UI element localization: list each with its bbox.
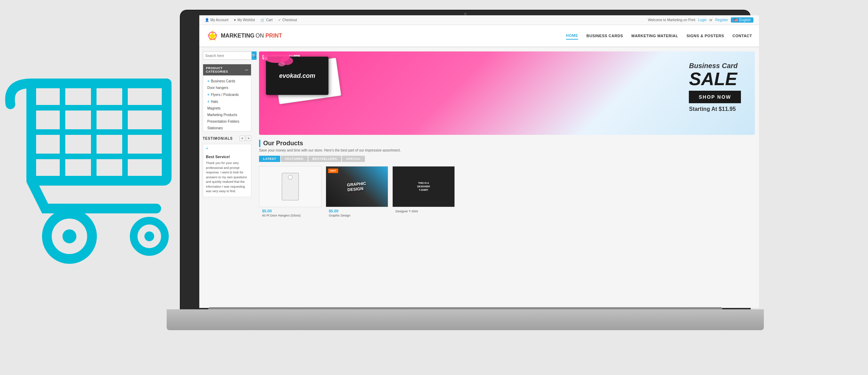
svg-point-18 <box>278 62 285 66</box>
wishlist-label: My Wishlist <box>237 18 255 22</box>
register-link[interactable]: Register <box>715 18 728 22</box>
heart-icon: ♥ <box>234 18 236 22</box>
ink-splash <box>262 51 304 67</box>
nav-home[interactable]: HOME <box>566 32 578 40</box>
testimonials-section: TESTIMONIALS < > " Best Service! Thank y… <box>203 136 251 197</box>
sidebar: 🔍 PRODUCT CATEGORIES — + Busi <box>199 47 255 308</box>
cat-hats[interactable]: + Hats <box>203 98 251 105</box>
logo-print: PRINT <box>265 33 282 39</box>
product-image <box>259 166 321 207</box>
product-categories: PRODUCT CATEGORIES — + Business Cards Do… <box>203 64 251 131</box>
cat-presentation-folders[interactable]: Presentation Folders <box>203 118 251 125</box>
tab-featured[interactable]: FEATURED <box>281 156 307 162</box>
svg-point-17 <box>264 57 268 60</box>
testimonial-box: " Best Service! Thank you for your very … <box>203 144 251 197</box>
product-price: $5.00 <box>329 209 385 213</box>
shop-now-button[interactable]: SHOP NOW <box>689 91 741 103</box>
logo-text: MARKETING ON PRINT <box>221 33 282 39</box>
top-bar-left: 👤 My Account ♥ My Wishlist 🛒 Cart ✓ <box>205 18 297 22</box>
logo-icon <box>206 30 219 42</box>
nav-business-cards[interactable]: BUSINESS CARDS <box>586 32 623 39</box>
language-label: English <box>739 18 751 22</box>
testimonial-text: Thank you for your very professional and… <box>206 161 248 194</box>
hero-price: Starting At $11.95 <box>689 106 741 112</box>
checkout-link[interactable]: ✓ Checkout <box>278 18 297 22</box>
cat-marketing-products[interactable]: Marketing Products <box>203 112 251 118</box>
language-button[interactable]: 🇺🇸 English <box>731 17 753 23</box>
cat-label: Door hangers <box>207 86 228 90</box>
product-door-hanger[interactable]: $5.00 60 Pt Door Hangers (Gloss) <box>259 166 322 207</box>
card-domain-text: evokad.com <box>279 72 315 80</box>
cart-illustration <box>0 63 181 306</box>
expand-icon: + <box>207 79 209 83</box>
hero-title-large: SALE <box>689 70 741 88</box>
testimonials-title: TESTIMONIALS <box>203 137 233 140</box>
door-hanger-hole <box>288 175 293 180</box>
account-link[interactable]: 👤 My Account <box>205 18 228 22</box>
testimonials-prev[interactable]: < <box>240 136 245 141</box>
search-box: 🔍 <box>203 51 251 60</box>
main-nav: HOME BUSINESS CARDS MARKETING MATERIAL S… <box>566 32 752 40</box>
tab-special[interactable]: SPECIAL <box>342 156 365 162</box>
tab-bestsellers[interactable]: BESTSELLERS <box>308 156 341 162</box>
welcome-text: Welcome to Marketing on Print <box>648 18 695 22</box>
cat-flyers[interactable]: + Flyers / Postcards <box>203 91 251 98</box>
categories-list: + Business Cards Door hangers + Flyers /… <box>203 75 251 131</box>
tab-latest[interactable]: LATEST <box>259 156 280 162</box>
cat-door-hangers[interactable]: Door hangers <box>203 84 251 91</box>
hero-text-area: Business Card SALE SHOP NOW Starting At … <box>689 62 741 112</box>
product-name: Graphic Design <box>329 214 385 217</box>
cart-link[interactable]: 🛒 Cart <box>260 18 273 22</box>
nav-marketing[interactable]: MARKETING MATERIAL <box>631 32 678 39</box>
right-content: ★ MARKETING ON PRINT evokad.com <box>255 47 759 308</box>
product-info: $5.00 60 Pt Door Hangers (Gloss) <box>259 207 321 219</box>
product-price: $5.00 <box>262 209 318 213</box>
cart-icon: 🛒 <box>260 18 265 22</box>
hot-badge: HOT <box>328 169 338 173</box>
collapse-icon[interactable]: — <box>245 68 249 72</box>
product-info: $5.00 Graphic Design <box>326 207 388 219</box>
categories-header: PRODUCT CATEGORIES — <box>203 64 251 75</box>
products-title: Our Products <box>259 140 303 147</box>
check-icon: ✓ <box>278 18 281 22</box>
products-section: Our Products Save your money and time wi… <box>259 140 755 207</box>
tshirt-text: THIS IS ADESIGNERT-SHIRT <box>417 181 430 191</box>
logo[interactable]: MARKETING ON PRINT <box>206 30 282 42</box>
quote-mark: " <box>206 147 248 153</box>
cat-label: Marketing Products <box>207 113 237 117</box>
product-name: Designer T-Shirt <box>395 210 452 213</box>
site-header: MARKETING ON PRINT HOME BUSINESS CARDS M… <box>199 25 759 47</box>
search-input[interactable] <box>203 51 252 60</box>
product-tshirt[interactable]: THIS IS ADESIGNERT-SHIRT Designer T-Shir… <box>392 166 455 207</box>
testimonials-next[interactable]: > <box>246 136 251 141</box>
product-name: 60 Pt Door Hangers (Gloss) <box>262 214 318 217</box>
expand-icon: + <box>207 92 209 97</box>
account-icon: 👤 <box>205 18 209 22</box>
cat-label: Hats <box>211 100 218 104</box>
categories-title: PRODUCT CATEGORIES <box>206 66 245 73</box>
logo-on: ON <box>256 33 265 39</box>
cat-magnets[interactable]: Magnets <box>203 105 251 112</box>
main-content: 🔍 PRODUCT CATEGORIES — + Busi <box>199 47 759 308</box>
camera-dot <box>464 13 467 15</box>
laptop-screen: 👤 My Account ♥ My Wishlist 🛒 Cart ✓ <box>199 15 759 308</box>
wishlist-link[interactable]: ♥ My Wishlist <box>234 18 255 22</box>
cat-stationary[interactable]: Stationary <box>203 125 251 131</box>
products-title-row: Our Products <box>259 140 755 147</box>
product-graphic-design[interactable]: HOT GRAPHICDESIGN $5.00 Graphic Design <box>326 166 388 207</box>
account-label: My Account <box>210 18 228 22</box>
product-tabs: LATEST FEATURED BESTSELLERS SPECIAL <box>259 156 755 162</box>
website-content: 👤 My Account ♥ My Wishlist 🛒 Cart ✓ <box>199 15 759 308</box>
top-bar: 👤 My Account ♥ My Wishlist 🛒 Cart ✓ <box>199 15 759 25</box>
cat-label: Magnets <box>207 106 220 110</box>
login-link[interactable]: Login <box>698 18 707 22</box>
nav-contact[interactable]: CONTACT <box>733 32 752 39</box>
nav-signs[interactable]: SIGNS & POSTERS <box>686 32 724 39</box>
svg-point-16 <box>290 53 294 57</box>
testimonials-header: TESTIMONIALS < > <box>203 136 251 141</box>
top-bar-right: Welcome to Marketing on Print Login or R… <box>648 17 753 23</box>
cat-business-cards[interactable]: + Business Cards <box>203 78 251 84</box>
cat-label: Flyers / Postcards <box>211 93 239 97</box>
cat-label: Stationary <box>207 126 223 130</box>
checkout-label: Checkout <box>282 18 297 22</box>
